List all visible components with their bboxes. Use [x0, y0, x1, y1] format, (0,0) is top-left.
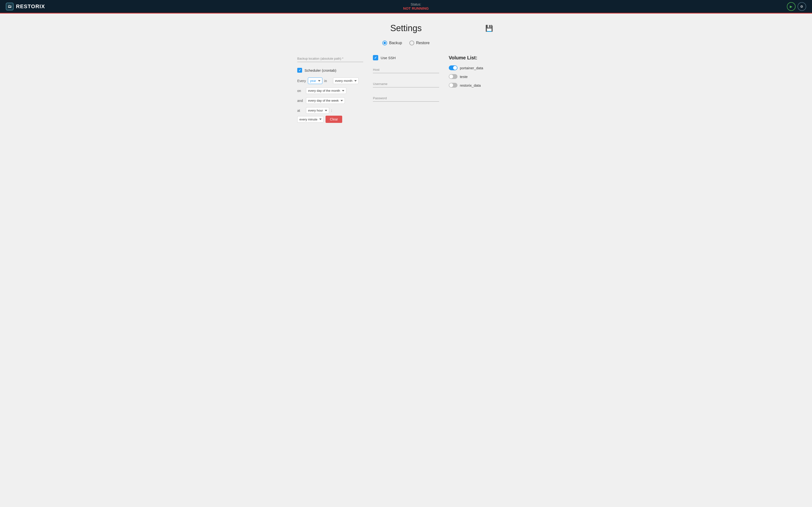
scheduler-checkbox[interactable]	[297, 68, 302, 73]
settings-button[interactable]: ⚙	[798, 2, 806, 11]
tab-restore[interactable]: Restore	[409, 41, 430, 45]
every-minute-select[interactable]: every minute	[297, 116, 323, 123]
backup-location-field	[297, 55, 363, 62]
status-label: Status:	[403, 2, 429, 6]
every-day-month-select[interactable]: every day of the month	[306, 88, 346, 94]
middle-column: Use SSH	[373, 55, 439, 126]
main-content: Settings 💾 Backup Restore Scheduler (cro…	[0, 13, 812, 136]
scheduler-checkbox-row: Scheduler (crontab)	[297, 68, 363, 73]
ssh-label: Use SSH	[380, 56, 396, 60]
on-label: on	[297, 89, 304, 93]
volume-name: teste	[460, 74, 468, 79]
volume-toggle[interactable]	[449, 83, 457, 88]
volume-name: restorix_data	[460, 83, 481, 88]
in-label: in	[324, 79, 331, 83]
tabs: Backup Restore	[5, 41, 807, 45]
ssh-row: Use SSH	[373, 55, 439, 60]
status-value: NOT RUNNING	[403, 6, 429, 10]
page-title: Settings	[5, 23, 807, 33]
tab-restore-label: Restore	[416, 41, 430, 45]
radio-backup[interactable]	[382, 41, 387, 45]
password-field	[373, 95, 439, 102]
every-month-select[interactable]: every month	[333, 77, 359, 84]
header-controls: ▶ ⚙	[787, 2, 806, 11]
logo-text: RESTORIX	[16, 3, 45, 10]
scheduler-row-week-day: and every day of the week	[297, 97, 363, 104]
right-column: Volume List: portainer_datatesterestorix…	[449, 55, 515, 126]
scheduler-row-year: Every year in every month	[297, 77, 363, 84]
app-header: 🗂 RESTORIX Status: NOT RUNNING ▶ ⚙	[0, 0, 812, 13]
password-input[interactable]	[373, 95, 439, 102]
logo-icon: 🗂	[6, 3, 13, 10]
left-column: Scheduler (crontab) Every year in every …	[297, 55, 363, 126]
scheduler-label: Scheduler (crontab)	[305, 68, 337, 72]
host-field	[373, 66, 439, 73]
tab-backup-label: Backup	[389, 41, 402, 45]
volume-item: teste	[449, 74, 515, 79]
volume-item: portainer_data	[449, 65, 515, 70]
every-label: Every	[297, 79, 306, 83]
page-title-area: Settings 💾	[5, 23, 807, 33]
every-day-week-select[interactable]: every day of the week	[306, 97, 345, 104]
volume-name: portainer_data	[460, 66, 483, 70]
username-field	[373, 80, 439, 88]
radio-restore[interactable]	[409, 41, 414, 45]
year-select[interactable]: year	[308, 77, 322, 84]
status-area: Status: NOT RUNNING	[403, 2, 429, 10]
and-label: and	[297, 99, 304, 103]
play-button[interactable]: ▶	[787, 2, 796, 11]
scheduler-row-time: at every hour : every minute Clear	[297, 107, 363, 123]
at-label: at	[297, 109, 304, 113]
clear-button[interactable]: Clear	[325, 116, 342, 123]
username-input[interactable]	[373, 80, 439, 88]
colon-label: :	[331, 109, 338, 113]
volume-toggle[interactable]	[449, 65, 457, 70]
host-input[interactable]	[373, 66, 439, 73]
tab-backup[interactable]: Backup	[382, 41, 402, 45]
scheduler-row-month-day: on every day of the month	[297, 88, 363, 94]
backup-location-input[interactable]	[297, 55, 363, 62]
volume-item: restorix_data	[449, 83, 515, 88]
volume-list: portainer_datatesterestorix_data	[449, 65, 515, 88]
volume-toggle[interactable]	[449, 74, 457, 79]
logo: 🗂 RESTORIX	[6, 3, 45, 10]
every-hour-select[interactable]: every hour	[306, 107, 329, 114]
ssh-checkbox[interactable]	[373, 55, 378, 60]
volume-list-title: Volume List:	[449, 55, 515, 61]
save-button[interactable]: 💾	[485, 24, 493, 32]
content-grid: Scheduler (crontab) Every year in every …	[297, 55, 515, 126]
